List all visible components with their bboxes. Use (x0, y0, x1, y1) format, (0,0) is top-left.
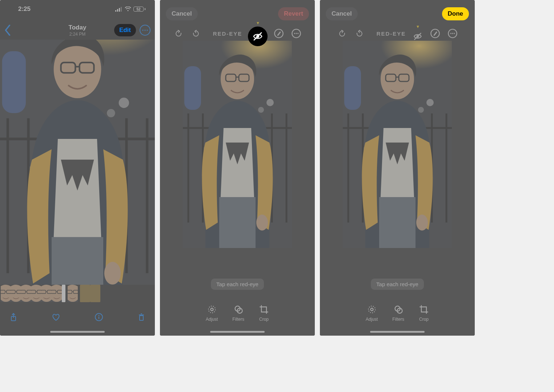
list-item[interactable] (1, 285, 11, 302)
svg-rect-39 (121, 7, 122, 12)
mode-adjust[interactable]: Adjust (366, 304, 378, 322)
back-chevron-icon[interactable] (4, 25, 11, 36)
cancel-button[interactable]: Cancel (166, 7, 198, 20)
list-item[interactable] (11, 285, 21, 302)
trash-icon[interactable] (136, 312, 147, 323)
edit-mode-row: Adjust Filters Crop (320, 304, 475, 322)
svg-rect-38 (119, 8, 120, 12)
done-button[interactable]: Done (442, 7, 469, 20)
redeye-hint: Tap each red-eye (371, 279, 424, 290)
svg-point-43 (146, 29, 148, 31)
more-options-icon[interactable] (140, 25, 150, 36)
mode-filters[interactable]: Filters (232, 304, 244, 322)
list-item[interactable] (90, 285, 100, 302)
revert-button[interactable]: Revert (278, 7, 309, 20)
svg-rect-36 (115, 10, 116, 12)
more-tools-icon[interactable] (446, 27, 459, 40)
undo-icon[interactable] (336, 27, 348, 40)
mode-crop-label: Crop (419, 317, 429, 322)
list-item[interactable] (31, 285, 41, 302)
nav-subtitle: 2:24 PM (69, 32, 87, 37)
list-item[interactable] (41, 285, 52, 302)
home-indicator[interactable] (50, 331, 105, 333)
edit-nav-bar: Cancel Done (320, 6, 475, 22)
screen-photo-viewer: 2:25 52 Today 2:24 PM Edit (0, 0, 155, 336)
mode-crop[interactable]: Crop (259, 304, 269, 322)
tool-label: RED-EYE (213, 31, 242, 37)
home-indicator[interactable] (210, 331, 265, 333)
screen-edit-redeye: Cancel Revert RED-EYE ▼ Tap each red-eye… (160, 0, 315, 336)
mode-adjust-label: Adjust (366, 317, 378, 322)
mode-filters-label: Filters (232, 317, 244, 322)
list-item[interactable] (21, 285, 31, 302)
markup-icon[interactable] (273, 27, 285, 40)
edit-mode-row: Adjust Filters Crop (160, 304, 315, 322)
svg-point-40 (127, 10, 128, 11)
redo-icon[interactable] (190, 27, 202, 40)
edit-nav-bar: Cancel Revert (160, 6, 315, 22)
markup-icon[interactable] (429, 27, 441, 40)
redo-icon[interactable] (353, 27, 366, 40)
wifi-icon (125, 7, 131, 12)
caret-down-icon: ▼ (256, 21, 260, 25)
status-time: 2:25 (18, 5, 31, 13)
caret-down-icon: ▼ (416, 25, 420, 29)
photo-nav-bar: Today 2:24 PM Edit (0, 21, 155, 39)
svg-rect-37 (117, 9, 118, 12)
tool-label: RED-EYE (377, 31, 406, 37)
photo-edit-canvas[interactable] (343, 41, 452, 248)
favorite-heart-icon[interactable] (51, 312, 61, 323)
screen-edit-done: Cancel Done RED-EYE ▼ Tap each red-eye A… (320, 0, 475, 336)
redeye-tool-icon[interactable] (248, 27, 268, 46)
photo-main[interactable] (0, 40, 155, 285)
list-item[interactable] (80, 285, 90, 302)
edit-button[interactable]: Edit (114, 24, 136, 36)
cancel-button[interactable]: Cancel (326, 7, 358, 20)
list-item[interactable] (62, 285, 65, 302)
home-indicator[interactable] (370, 331, 425, 333)
photo-thumbnail-strip[interactable] (0, 285, 155, 302)
nav-title: Today (69, 24, 87, 31)
mode-adjust[interactable]: Adjust (206, 304, 218, 322)
list-item[interactable] (68, 285, 78, 302)
mode-adjust-label: Adjust (206, 317, 218, 322)
mode-filters-label: Filters (392, 317, 404, 322)
status-bar: 2:25 52 (0, 0, 155, 18)
svg-point-41 (142, 29, 143, 31)
battery-percent: 52 (136, 7, 140, 11)
share-icon[interactable] (8, 312, 19, 323)
cellular-icon (115, 7, 123, 12)
mode-filters[interactable]: Filters (392, 304, 404, 322)
undo-icon[interactable] (172, 27, 185, 40)
mode-crop[interactable]: Crop (419, 304, 429, 322)
more-tools-icon[interactable] (290, 27, 302, 40)
svg-point-42 (144, 29, 145, 31)
battery-indicator: 52 (133, 7, 145, 12)
mode-crop-label: Crop (259, 317, 269, 322)
info-icon[interactable] (93, 312, 104, 323)
redeye-hint: Tap each red-eye (211, 279, 264, 290)
photo-actions-bar (0, 308, 155, 326)
photo-edit-canvas[interactable] (183, 41, 292, 248)
list-item[interactable] (52, 285, 62, 302)
